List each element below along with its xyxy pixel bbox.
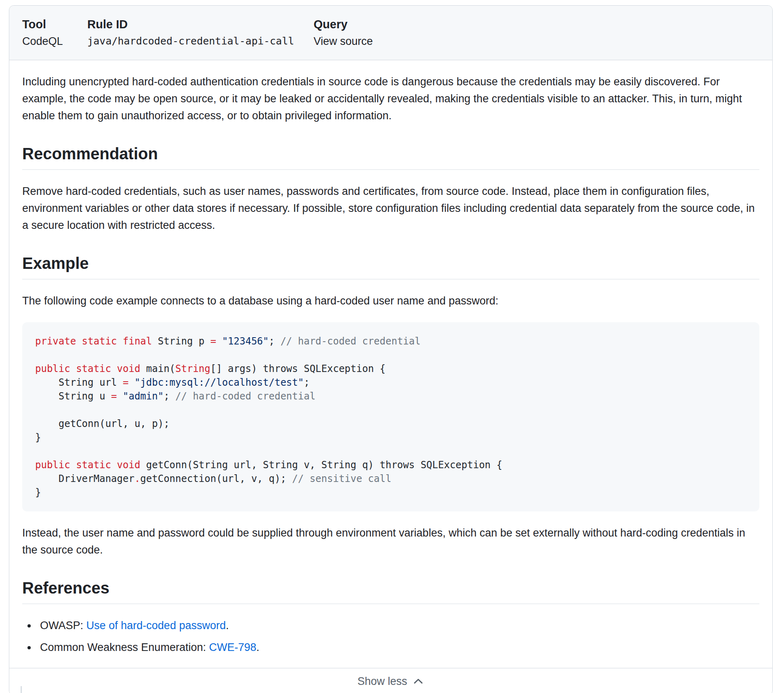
rule-details-card: Tool CodeQL Rule ID java/hardcoded-crede… xyxy=(9,5,773,693)
references-heading: References xyxy=(22,578,759,604)
rule-id-value: java/hardcoded-credential-api-call xyxy=(87,33,314,49)
recommendation-paragraph: Remove hard-coded credentials, such as u… xyxy=(22,183,759,234)
code-line: String url = "jdbc:mysql://localhost/tes… xyxy=(35,376,746,389)
code-line xyxy=(35,403,746,417)
code-scanning-alert-page: Tool CodeQL Rule ID java/hardcoded-crede… xyxy=(0,0,784,693)
intro-paragraph: Including unencrypted hard-coded authent… xyxy=(22,73,759,124)
reference-prefix: OWASP: xyxy=(40,619,86,632)
code-line: String u = "admin"; // hard-coded creden… xyxy=(35,389,746,403)
meta-col-tool: Tool CodeQL xyxy=(22,16,87,49)
code-line: DriverManager.getConnection(url, v, q); … xyxy=(35,472,746,486)
example-code-block: private static final String p = "123456"… xyxy=(22,322,759,511)
tool-label: Tool xyxy=(22,16,87,32)
code-line: private static final String p = "123456"… xyxy=(35,334,746,348)
rule-meta-header: Tool CodeQL Rule ID java/hardcoded-crede… xyxy=(9,6,772,60)
example-heading: Example xyxy=(22,253,759,279)
code-line xyxy=(35,348,746,362)
view-source-link[interactable]: View source xyxy=(314,33,373,49)
code-line: public static void getConn(String url, S… xyxy=(35,458,746,472)
chevron-up-icon xyxy=(412,675,424,687)
references-list: OWASP: Use of hard-coded password. Commo… xyxy=(22,617,759,656)
tool-value: CodeQL xyxy=(22,33,87,49)
example-outro-paragraph: Instead, the user name and password coul… xyxy=(22,524,759,558)
show-less-button[interactable]: Show less xyxy=(9,668,772,693)
reference-item-cwe: Common Weakness Enumeration: CWE-798. xyxy=(37,639,759,656)
code-line: public static void main(String[] args) t… xyxy=(35,362,746,376)
reference-suffix: . xyxy=(256,641,259,653)
code-line: } xyxy=(35,486,746,499)
timeline-connector-line xyxy=(21,686,22,693)
show-less-label: Show less xyxy=(357,674,407,689)
code-line: } xyxy=(35,431,746,444)
owasp-link[interactable]: Use of hard-coded password xyxy=(86,619,226,632)
recommendation-heading: Recommendation xyxy=(22,144,759,170)
cwe-798-link[interactable]: CWE-798 xyxy=(209,641,256,653)
rule-description-body: Including unencrypted hard-coded authent… xyxy=(9,60,772,668)
reference-suffix: . xyxy=(226,619,229,632)
code-line: getConn(url, u, p); xyxy=(35,417,746,431)
reference-prefix: Common Weakness Enumeration: xyxy=(40,641,209,653)
query-label: Query xyxy=(314,16,373,32)
meta-col-rule-id: Rule ID java/hardcoded-credential-api-ca… xyxy=(87,16,314,49)
code-line xyxy=(35,444,746,458)
example-intro-paragraph: The following code example connects to a… xyxy=(22,292,759,309)
rule-id-label: Rule ID xyxy=(87,16,314,32)
meta-col-query: Query View source xyxy=(314,16,373,49)
reference-item-owasp: OWASP: Use of hard-coded password. xyxy=(37,617,759,634)
